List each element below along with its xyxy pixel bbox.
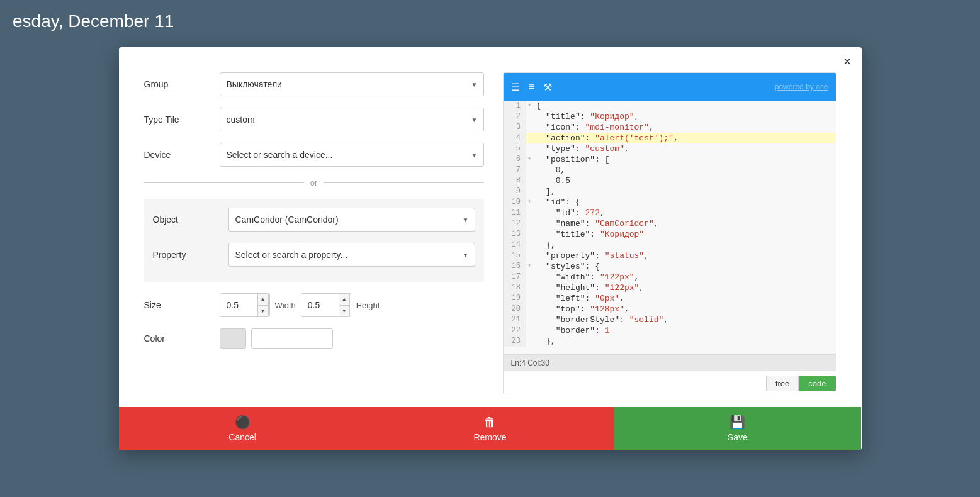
remove-icon: 🗑 <box>483 415 496 430</box>
code-line: 4 "action": "alert('test');", <box>504 133 836 143</box>
property-row: Property Select or search a property... <box>153 243 475 267</box>
line-content: "title": "Коридор" <box>534 229 836 240</box>
type-tile-select[interactable]: custom <box>220 108 484 131</box>
line-number: 14 <box>504 240 526 250</box>
code-line: 6▾ "position": [ <box>504 154 836 165</box>
editor-content[interactable]: 1▾{2 "title": "Коридор",3 "icon": "mdi-m… <box>504 101 836 354</box>
object-section: Object CamCoridor (CamCoridor) Property <box>144 199 484 282</box>
code-line: 20 "top": "128px", <box>504 304 836 315</box>
line-number: 21 <box>504 315 526 325</box>
line-number: 16 <box>504 261 526 272</box>
wrench-icon[interactable]: ⚒ <box>543 81 552 93</box>
line-number: 19 <box>504 293 526 304</box>
line-fold: ▾ <box>526 261 534 272</box>
object-select[interactable]: CamCoridor (CamCoridor) <box>228 208 475 232</box>
width-up-button[interactable]: ▲ <box>257 293 269 305</box>
object-select-wrapper: CamCoridor (CamCoridor) <box>228 208 475 232</box>
line-number: 7 <box>504 165 526 176</box>
line-content: 0, <box>534 165 836 176</box>
width-input-wrap: ▲ ▼ <box>220 293 270 317</box>
line-content: "position": [ <box>534 154 836 165</box>
code-view-button[interactable]: code <box>799 376 835 391</box>
object-label: Object <box>153 215 228 225</box>
powered-by-link[interactable]: powered by ace <box>775 82 828 91</box>
line-content: { <box>534 101 836 111</box>
type-tile-select-wrapper: custom <box>220 108 484 131</box>
line-content: }, <box>534 240 836 250</box>
line-content: "id": 272, <box>534 208 836 218</box>
line-number: 6 <box>504 154 526 165</box>
line-fold: ▾ <box>526 154 534 165</box>
height-down-button[interactable]: ▼ <box>339 305 350 318</box>
cancel-label: Cancel <box>228 432 256 442</box>
line-fold <box>526 111 534 122</box>
tree-view-button[interactable]: tree <box>766 376 799 391</box>
code-line: 19 "left": "0px", <box>504 293 836 304</box>
remove-button[interactable]: 🗑 Remove <box>366 407 614 450</box>
line-content: "property": "status", <box>534 250 836 261</box>
width-label: Width <box>275 301 296 310</box>
device-select[interactable]: Select or search a device... <box>220 143 484 167</box>
line-number: 15 <box>504 250 526 261</box>
height-label: Height <box>356 301 380 310</box>
group-select-wrapper: Выключатели <box>220 72 484 96</box>
remove-label: Remove <box>473 432 506 442</box>
property-label: Property <box>153 250 228 260</box>
line-content: "id": { <box>534 197 836 208</box>
line-number: 5 <box>504 143 526 154</box>
line-fold <box>526 282 534 293</box>
line-number: 18 <box>504 282 526 293</box>
line-fold <box>526 293 534 304</box>
code-line: 9 ], <box>504 186 836 197</box>
width-spinner: ▲ ▼ <box>257 293 269 317</box>
close-button[interactable]: × <box>843 55 852 69</box>
line-number: 20 <box>504 304 526 315</box>
editor-statusbar: Ln:4 Col:30 <box>504 354 836 371</box>
code-lines: 1▾{2 "title": "Коридор",3 "icon": "mdi-m… <box>504 101 836 347</box>
line-content: "type": "custom", <box>534 143 836 154</box>
line-content: "border": 1 <box>534 325 836 336</box>
size-row: Size ▲ ▼ Width <box>144 293 484 317</box>
code-line: 18 "height": "122px", <box>504 282 836 293</box>
code-line: 15 "property": "status", <box>504 250 836 261</box>
line-number: 17 <box>504 272 526 282</box>
list-icon[interactable]: ☰ <box>511 81 520 93</box>
line-fold <box>526 133 534 143</box>
code-line: 21 "borderStyle": "solid", <box>504 315 836 325</box>
line-fold <box>526 250 534 261</box>
line-content: }, <box>534 336 836 347</box>
color-swatch[interactable] <box>220 328 246 349</box>
line-fold <box>526 229 534 240</box>
color-text-input[interactable] <box>251 328 333 349</box>
line-fold <box>526 240 534 250</box>
line-fold <box>526 143 534 154</box>
line-fold <box>526 176 534 186</box>
property-select-wrapper: Select or search a property... <box>228 243 475 267</box>
code-line: 23 }, <box>504 336 836 347</box>
line-content: "name": "CamCoridor", <box>534 218 836 229</box>
device-select-wrapper: Select or search a device... <box>220 143 484 167</box>
width-down-button[interactable]: ▼ <box>257 305 269 318</box>
group-select[interactable]: Выключатели <box>220 72 484 96</box>
line-fold: ▾ <box>526 101 534 111</box>
cancel-button[interactable]: ⚫ Cancel <box>119 407 366 450</box>
height-up-button[interactable]: ▲ <box>339 293 350 305</box>
line-fold <box>526 304 534 315</box>
line-content: "height": "122px", <box>534 282 836 293</box>
code-line: 11 "id": 272, <box>504 208 836 218</box>
line-number: 8 <box>504 176 526 186</box>
line-fold <box>526 218 534 229</box>
code-line: 16▾ "styles": { <box>504 261 836 272</box>
line-content: 0.5 <box>534 176 836 186</box>
type-tile-row: Type Tile custom <box>144 108 484 131</box>
property-select[interactable]: Select or search a property... <box>228 243 475 267</box>
line-fold <box>526 122 534 133</box>
form-panel: Group Выключатели Type Tile custom <box>144 72 484 394</box>
code-line: 10▾ "id": { <box>504 197 836 208</box>
code-line: 8 0.5 <box>504 176 836 186</box>
line-fold <box>526 186 534 197</box>
lines-icon[interactable]: ≡ <box>529 81 534 92</box>
save-button[interactable]: 💾 Save <box>614 407 861 450</box>
save-icon: 💾 <box>729 415 745 430</box>
line-content: "left": "0px", <box>534 293 836 304</box>
